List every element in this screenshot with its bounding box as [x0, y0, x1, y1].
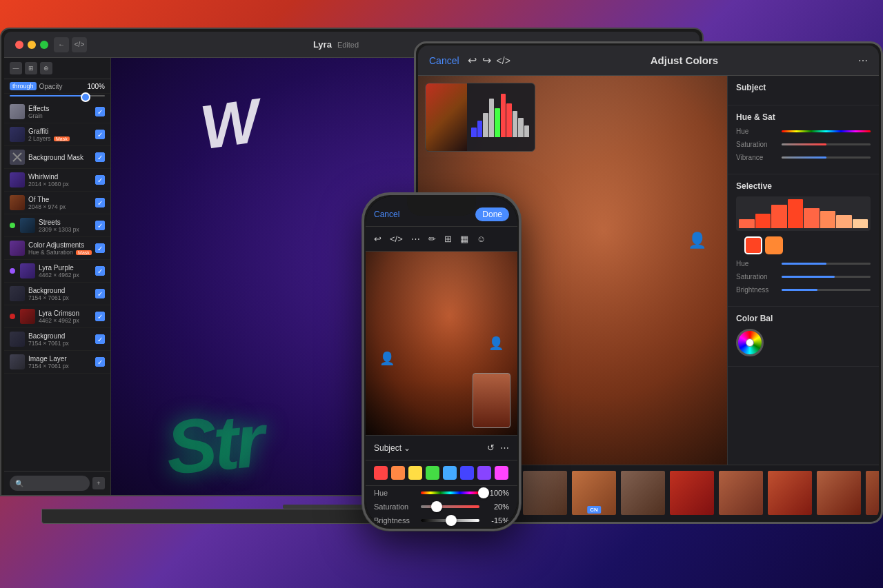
- layer-item-imagelayer[interactable]: Image Layer 7154 × 7061 px ✓: [4, 351, 110, 374]
- film-thumb-10[interactable]: [864, 469, 879, 516]
- iphone-action-buttons: ↺ ⋯: [487, 443, 509, 453]
- layer-vis-background[interactable]: ✓: [95, 289, 105, 298]
- layer-item-graffiti[interactable]: Graffiti 2 Layers Mask ✓: [4, 123, 110, 146]
- nav-back-button[interactable]: ←: [54, 37, 69, 52]
- layer-vis-bg2[interactable]: ✓: [95, 334, 105, 344]
- iphone-more-button[interactable]: ⋯: [500, 443, 509, 453]
- layer-item-effects[interactable]: Effects Grain ✓: [4, 101, 110, 123]
- sat-slider[interactable]: [782, 143, 871, 145]
- selective-brt-slider[interactable]: [782, 289, 871, 291]
- iphone-undo-button[interactable]: ↩: [374, 234, 381, 244]
- iphone-hue-label: Hue: [374, 489, 415, 497]
- layer-vis-whirlwind[interactable]: ✓: [95, 175, 105, 185]
- iphone-grid-button[interactable]: ▦: [460, 234, 468, 244]
- film-thumb-cn[interactable]: CN: [571, 469, 617, 516]
- iphone-swatch-magenta[interactable]: [495, 466, 508, 480]
- layer-vis-lyracrimson[interactable]: ✓: [95, 312, 105, 321]
- layer-item-background[interactable]: Background 7154 × 7061 px ✓: [4, 283, 110, 305]
- layer-item-bg2[interactable]: Background 7154 × 7061 px ✓: [4, 328, 110, 351]
- nav-code-button[interactable]: </>: [72, 37, 87, 52]
- iphone-swatch-orange[interactable]: [391, 466, 405, 480]
- ipad-expand-button[interactable]: ⋯: [858, 55, 868, 66]
- layer-item-bgmask[interactable]: Background Mask ✓: [4, 146, 110, 169]
- histogram-bars: [471, 89, 529, 137]
- layer-item-lyracrimson[interactable]: Lyra Crimson 4462 × 4962 px ✓: [4, 305, 110, 328]
- layer-vis-ofthe[interactable]: ✓: [95, 198, 105, 207]
- color-wheel[interactable]: [736, 329, 764, 356]
- iphone-subject-button[interactable]: Subject ⌄: [374, 443, 410, 453]
- iphone-brt-slider[interactable]: [421, 519, 479, 522]
- layer-vis-coloradj[interactable]: ✓: [95, 243, 105, 253]
- layer-info-ofthe: Of The 2048 × 974 px: [28, 196, 92, 210]
- iphone-swatch-purple[interactable]: [477, 466, 491, 480]
- iphone-sat-slider[interactable]: [421, 505, 479, 508]
- layer-vis-graffiti[interactable]: ✓: [95, 130, 105, 139]
- iphone-done-button[interactable]: Done: [475, 207, 509, 221]
- layer-vis-streets[interactable]: ✓: [95, 221, 105, 230]
- iphone-toolbar: ↩ </> ⋯ ✏ ⊞ ▦ ☺: [366, 227, 517, 252]
- film-thumb-6[interactable]: [668, 469, 715, 516]
- sidebar-ctrl-3[interactable]: ⊕: [40, 62, 52, 74]
- close-button[interactable]: [15, 41, 23, 49]
- layer-item-lyrapurple[interactable]: Lyra Purple 4462 × 4962 px ✓: [4, 260, 110, 283]
- layer-vis-lyrapurple[interactable]: ✓: [95, 266, 105, 276]
- minimize-button[interactable]: [28, 41, 36, 49]
- iphone-swatch-red[interactable]: [374, 466, 388, 480]
- ipad-right-panel: Subject Hue & Sat Hue Saturat: [727, 76, 879, 465]
- layer-sub-coloradj: Hue & Saturation Mask: [28, 249, 92, 256]
- layer-item-coloradj[interactable]: Color Adjustments Hue & Saturation Mask …: [4, 237, 110, 260]
- swatch-red[interactable]: [744, 236, 762, 254]
- iphone-swatch-green[interactable]: [426, 466, 439, 480]
- opacity-slider[interactable]: [10, 95, 105, 97]
- iphone-swatch-yellow[interactable]: [408, 466, 422, 480]
- sidebar-ctrl-2[interactable]: ⊞: [25, 62, 37, 74]
- maximize-button[interactable]: [40, 41, 48, 49]
- iphone-swatch-blue[interactable]: [460, 466, 474, 480]
- layer-thumb-graffiti: [10, 127, 25, 142]
- swatch-orange[interactable]: [765, 236, 783, 254]
- layer-sub-bg2: 7154 × 7061 px: [28, 340, 92, 347]
- film-thumb-5[interactable]: [619, 469, 666, 516]
- iphone-reset-button[interactable]: ↺: [487, 443, 495, 453]
- selective-hue-slider[interactable]: [782, 263, 871, 265]
- layer-item-ofthe[interactable]: Of The 2048 × 974 px ✓: [4, 192, 110, 214]
- selective-brt-label: Brightness: [736, 286, 777, 294]
- ipad-undo-button[interactable]: ↩: [468, 54, 477, 67]
- film-thumb-3[interactable]: [522, 469, 568, 516]
- sidebar-controls: — ⊞ ⊕: [4, 58, 110, 79]
- layer-vis-effects[interactable]: ✓: [95, 107, 105, 116]
- add-layer-button[interactable]: +: [92, 477, 105, 489]
- search-bar[interactable]: 🔍: [10, 476, 90, 491]
- iphone-emoji-button[interactable]: ☺: [477, 234, 486, 244]
- layer-item-streets[interactable]: Streets 2309 × 1303 px ✓: [4, 214, 110, 237]
- film-thumb-8[interactable]: [766, 469, 813, 516]
- ipad-redo-button[interactable]: ↪: [482, 54, 491, 67]
- iphone-swatch-cyan[interactable]: [443, 466, 457, 480]
- ipad-code-button[interactable]: </>: [497, 55, 510, 66]
- layer-item-whirlwind[interactable]: Whirlwind 2014 × 1060 px ✓: [4, 169, 110, 192]
- hue-slider[interactable]: [782, 130, 871, 132]
- selective-sat-fill: [782, 276, 835, 278]
- layer-vis-bgmask[interactable]: ✓: [95, 152, 105, 162]
- sidebar-ctrl-1[interactable]: —: [10, 62, 22, 74]
- vib-slider[interactable]: [782, 156, 871, 159]
- hue-slider-fill: [782, 130, 871, 132]
- iphone-code-button[interactable]: </>: [390, 234, 403, 244]
- panel-colorbal-title: Color Bal: [736, 314, 871, 323]
- ipad-cancel-button[interactable]: Cancel: [429, 55, 459, 66]
- iphone-pen-button[interactable]: ✏: [428, 234, 436, 244]
- layer-vis-imagelayer[interactable]: ✓: [95, 357, 105, 367]
- film-thumb-9[interactable]: [815, 469, 862, 516]
- iphone-brush-button[interactable]: ⋯: [411, 234, 420, 244]
- film-thumb-7[interactable]: [717, 469, 764, 516]
- selective-sat-slider[interactable]: [782, 276, 871, 278]
- selective-hue-fill: [782, 263, 826, 265]
- layer-thumb-lyrapurple: [20, 263, 35, 278]
- opacity-label: Opacity: [39, 83, 63, 90]
- layer-name-lyracrimson: Lyra Crimson: [39, 310, 92, 317]
- iphone-hue-slider[interactable]: [421, 491, 479, 494]
- blend-mode-tag[interactable]: through: [10, 82, 37, 90]
- panel-huesat-section: Hue & Sat Hue Saturation: [728, 105, 879, 174]
- iphone-transform-button[interactable]: ⊞: [444, 234, 452, 244]
- iphone-cancel-button[interactable]: Cancel: [374, 210, 399, 219]
